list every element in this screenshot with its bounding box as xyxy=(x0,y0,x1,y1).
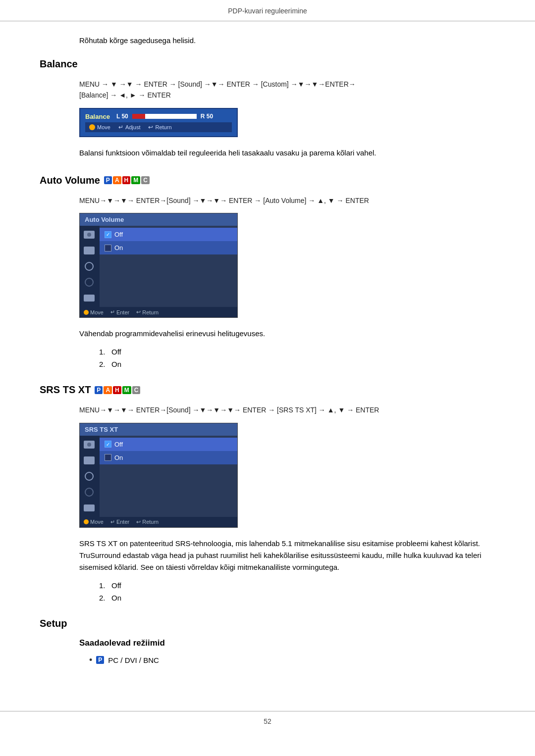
auto-volume-screen-title: Auto Volume xyxy=(80,213,237,226)
auto-volume-screen-body: ✓ Off On xyxy=(80,226,237,307)
srs-ts-xt-screen-body: ✓ Off On xyxy=(80,436,237,517)
balance-adjust: ↵ Adjust xyxy=(118,124,141,131)
balance-title: Balance xyxy=(40,58,495,70)
balance-return: ↩ Return xyxy=(148,124,171,131)
setup-bullet-text-1: PC / DVI / BNC xyxy=(108,656,159,664)
balance-right-value: R 50 xyxy=(201,113,213,120)
auto-volume-description: Vähendab programmidevahelisi erinevusi h… xyxy=(79,328,495,340)
srs-sidebar-icon-3 xyxy=(83,471,96,481)
bullet-dot-1: • xyxy=(89,655,92,665)
auto-volume-title: Auto Volume P A H M C xyxy=(40,175,495,186)
srs-ts-xt-screen-title: SRS TS XT xyxy=(80,423,237,436)
srs-ts-xt-screen-container: SRS TS XT xyxy=(79,423,495,528)
footer-move: Move xyxy=(84,309,104,315)
auto-volume-footer: Move ↵ Enter ↩ Return xyxy=(80,307,237,317)
auto-volume-section: Auto Volume P A H M C MENU→▼→▼→ ENTER→[S… xyxy=(40,175,495,368)
check-on xyxy=(105,245,111,252)
srs-sidebar-icon-2 xyxy=(83,455,96,465)
srs-footer-dot xyxy=(84,519,89,524)
sidebar-icon-1 xyxy=(83,230,96,240)
auto-volume-badges: P A H M C xyxy=(104,176,150,184)
balance-section: Balance MENU → ▼ →▼ → ENTER → [Sound] →▼… xyxy=(40,58,495,159)
srs-footer-move: Move xyxy=(84,519,104,525)
sidebar-icon-2 xyxy=(83,246,96,255)
srs-footer-enter: ↵ Enter xyxy=(110,519,129,525)
page-container: PDP-kuvari reguleerimine Rõhutab kõrge s… xyxy=(0,0,535,756)
srs-ts-xt-list-item-2: 2. On xyxy=(99,594,495,602)
auto-volume-list-item-2: 2. On xyxy=(99,360,495,368)
check-off: ✓ xyxy=(105,231,111,238)
auto-volume-screen: Auto Volume xyxy=(79,213,238,318)
balance-bar-track xyxy=(132,114,197,119)
setup-title: Setup xyxy=(40,618,495,629)
srs-ts-xt-sidebar xyxy=(80,436,100,517)
sidebar-icon-5 xyxy=(83,293,96,303)
srs-ts-xt-item-off[interactable]: ✓ Off xyxy=(100,438,237,451)
srs-check-on xyxy=(105,454,111,461)
srs-sidebar-icon-5 xyxy=(83,503,96,513)
auto-volume-item-on[interactable]: On xyxy=(100,241,237,254)
balance-move: Move xyxy=(89,124,110,130)
balance-bar-fill xyxy=(132,114,145,119)
srs-sidebar-icon-1 xyxy=(83,440,96,450)
auto-volume-screen-container: Auto Volume xyxy=(79,213,495,318)
balance-screen-container: Balance L 50 R 50 Move ↵ xyxy=(79,108,495,137)
auto-volume-item-off[interactable]: ✓ Off xyxy=(100,228,237,241)
page-header: PDP-kuvari reguleerimine xyxy=(0,0,535,21)
setup-badge-p: P xyxy=(96,656,104,664)
setup-subsection-title: Saadaolevad režiimid xyxy=(79,638,495,648)
balance-screen: Balance L 50 R 50 Move ↵ xyxy=(79,108,238,137)
balance-bottom-bar: Move ↵ Adjust ↩ Return xyxy=(85,122,232,132)
footer-return: ↩ Return xyxy=(136,309,159,315)
balance-row: Balance L 50 R 50 xyxy=(85,113,232,120)
main-content: Rõhutab kõrge sagedusega helisid. Balanc… xyxy=(0,21,535,711)
srs-ts-xt-screen: SRS TS XT xyxy=(79,423,238,528)
footer-enter: ↵ Enter xyxy=(110,309,129,315)
srs-ts-xt-description: SRS TS XT on patenteeritud SRS-tehnoloog… xyxy=(79,538,495,573)
balance-left-value: L 50 xyxy=(116,113,128,120)
intro-text: Rõhutab kõrge sagedusega helisid. xyxy=(79,36,495,45)
balance-description: Balansi funktsioon võimaldab teil regule… xyxy=(79,147,495,159)
srs-check-off: ✓ xyxy=(105,441,111,448)
setup-subsection: Saadaolevad režiimid • P PC / DVI / BNC xyxy=(79,638,495,665)
move-icon xyxy=(89,124,95,130)
sidebar-icon-3 xyxy=(83,261,96,271)
page-number: 52 xyxy=(0,711,535,732)
srs-sidebar-icon-4 xyxy=(83,487,96,497)
srs-ts-xt-item-on[interactable]: On xyxy=(100,451,237,464)
setup-bullet-1: • P PC / DVI / BNC xyxy=(89,655,495,665)
auto-volume-items: ✓ Off On xyxy=(100,226,237,307)
auto-volume-sidebar xyxy=(80,226,100,307)
srs-ts-xt-section: SRS TS XT P A H M C MENU→▼→▼→ ENTER→[Sou… xyxy=(40,384,495,602)
auto-volume-list-item-1: 1. Off xyxy=(99,348,495,356)
srs-ts-xt-items: ✓ Off On xyxy=(100,436,237,517)
setup-section: Setup Saadaolevad režiimid • P PC / DVI … xyxy=(40,618,495,665)
srs-footer-return: ↩ Return xyxy=(136,519,159,525)
balance-menu-path: MENU → ▼ →▼ → ENTER → [Sound] →▼→ ENTER … xyxy=(79,79,495,101)
footer-dot-1 xyxy=(84,310,89,315)
header-title: PDP-kuvari reguleerimine xyxy=(228,7,307,15)
srs-ts-xt-list-item-1: 1. Off xyxy=(99,581,495,590)
srs-ts-xt-menu-path: MENU→▼→▼→ ENTER→[Sound] →▼→▼→▼→ ENTER → … xyxy=(79,404,495,415)
auto-volume-menu-path: MENU→▼→▼→ ENTER→[Sound] →▼→▼→ ENTER → [A… xyxy=(79,195,495,206)
sidebar-icon-4 xyxy=(83,277,96,287)
balance-label: Balance xyxy=(85,113,112,120)
srs-ts-xt-footer: Move ↵ Enter ↩ Return xyxy=(80,517,237,527)
srs-ts-xt-title: SRS TS XT P A H M C xyxy=(40,384,495,396)
srs-ts-xt-badges: P A H M C xyxy=(95,386,140,394)
